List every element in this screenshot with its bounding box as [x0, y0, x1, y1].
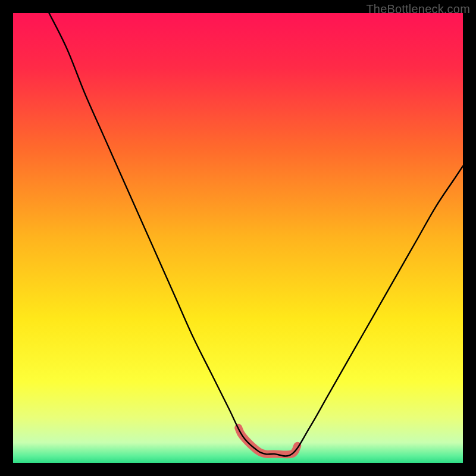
gradient-background [13, 13, 463, 463]
chart-frame [13, 13, 463, 463]
attribution-text: TheBottleneck.com [366, 2, 470, 16]
bottleneck-chart [13, 13, 463, 463]
